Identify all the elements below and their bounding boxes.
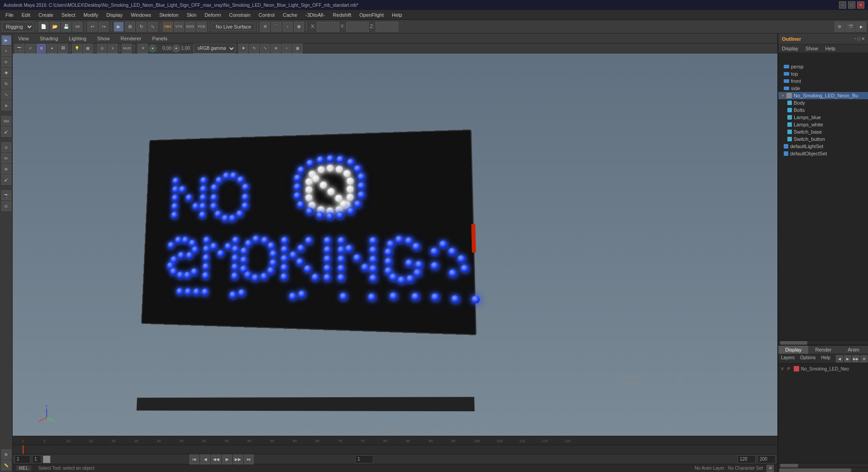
- edge-mode-button[interactable]: EDG: [185, 22, 195, 32]
- tree-item-top[interactable]: top: [778, 70, 868, 77]
- scale-tool-palette[interactable]: ⤡: [1, 90, 11, 100]
- snap-tools-palette[interactable]: ⊞: [1, 449, 11, 459]
- outliner-maximize[interactable]: □: [858, 36, 860, 41]
- vp-smooth-button[interactable]: ●: [47, 43, 57, 53]
- bind-skin-palette[interactable]: ⊞: [1, 164, 11, 174]
- channel-v-thumb[interactable]: [779, 468, 851, 472]
- outliner-tab-show[interactable]: Show: [802, 44, 822, 53]
- camera-tools-palette[interactable]: 📷: [1, 190, 11, 200]
- tree-item-no-smoking-group[interactable]: ▼ No_Smoking_LED_Neon_Bu: [778, 92, 868, 99]
- prev-frame-button[interactable]: ⏮: [189, 454, 199, 464]
- menu-skeleton[interactable]: Skeleton: [155, 11, 182, 19]
- tab-display[interactable]: Display: [778, 346, 808, 354]
- menu-deform[interactable]: Deform: [201, 11, 225, 19]
- current-frame-input[interactable]: [14, 455, 30, 463]
- tree-item-bolts[interactable]: Bolts: [778, 106, 868, 114]
- scale-button[interactable]: ⤡: [148, 22, 158, 32]
- view-cube-palette[interactable]: ⊡: [1, 201, 11, 211]
- menu-windows[interactable]: Windows: [127, 11, 155, 19]
- menu-file[interactable]: File: [2, 11, 17, 19]
- save-file-button[interactable]: 💾: [61, 22, 71, 32]
- maximize-button[interactable]: □: [848, 1, 855, 9]
- mode-dropdown[interactable]: Rigging: [2, 22, 34, 32]
- no-live-surface-button[interactable]: No Live Surface: [212, 23, 255, 31]
- joint-tool-palette[interactable]: ◎: [1, 142, 11, 152]
- timeline-ruler[interactable]: 1 5 10 15 20 25 30 35 40 45 50 55: [13, 436, 777, 445]
- vp-texture-button[interactable]: 🖼: [58, 43, 68, 53]
- settings-button[interactable]: ⚙: [834, 22, 844, 32]
- start-frame-input[interactable]: [355, 455, 373, 463]
- menu-3dtoall[interactable]: -3DtoAll-: [302, 11, 328, 19]
- menu-select[interactable]: Select: [58, 11, 79, 19]
- menu-display[interactable]: Display: [103, 11, 126, 19]
- menu-skin[interactable]: Skin: [183, 11, 200, 19]
- menu-constrain[interactable]: Constrain: [226, 11, 254, 19]
- frame-display[interactable]: [32, 455, 41, 463]
- object-mode-button[interactable]: OBJ: [163, 22, 173, 32]
- step-back-button[interactable]: ◀: [200, 454, 210, 464]
- ik-handle-palette[interactable]: IK: [1, 153, 11, 163]
- close-button[interactable]: ✕: [857, 1, 864, 9]
- redo-button[interactable]: ↪: [99, 22, 109, 32]
- vp-camera-button[interactable]: 📷: [14, 43, 24, 53]
- z-value-field[interactable]: [376, 22, 398, 32]
- lighting-tab[interactable]: Lighting: [65, 35, 90, 42]
- renderer-tab[interactable]: Renderer: [117, 35, 145, 42]
- vp-lights-button[interactable]: 💡: [72, 43, 82, 53]
- vp-rotate-tool-btn[interactable]: ↻: [249, 43, 259, 53]
- ipr-button[interactable]: ▶: [856, 22, 866, 32]
- snap-point-button[interactable]: •: [283, 22, 293, 32]
- sub-tab-help[interactable]: Help: [818, 354, 833, 363]
- tree-item-default-object-set[interactable]: defaultObjectSet: [778, 150, 868, 157]
- channel-btn1[interactable]: ◀: [836, 355, 843, 362]
- tab-anim[interactable]: Anim: [839, 346, 868, 354]
- x-value-field[interactable]: [317, 22, 339, 32]
- outliner-minimize[interactable]: −: [854, 36, 857, 41]
- menu-redshift[interactable]: Redshift: [329, 11, 355, 19]
- menu-control[interactable]: Control: [255, 11, 278, 19]
- y-value-field[interactable]: [346, 22, 369, 32]
- tree-item-switch-button[interactable]: Switch_button: [778, 135, 868, 143]
- paint-weights-palette[interactable]: 🖌: [1, 175, 11, 185]
- 3d-viewport[interactable]: Symmetry: Off Soft Select: Off X Y Z: [13, 53, 777, 436]
- channel-scroll-thumb[interactable]: [780, 464, 798, 467]
- snap-surface-button[interactable]: ▦: [294, 22, 304, 32]
- channel-btn2[interactable]: ▶: [844, 355, 851, 362]
- tree-item-front[interactable]: front: [778, 77, 868, 85]
- menu-modify[interactable]: Modify: [80, 11, 101, 19]
- menu-cache[interactable]: Cache: [279, 11, 301, 19]
- undo-button[interactable]: ↩: [87, 22, 97, 32]
- vp-frame-btn[interactable]: ▦: [293, 43, 303, 53]
- menu-create[interactable]: Create: [35, 11, 57, 19]
- vp-gamma-toggle[interactable]: ●: [149, 44, 157, 53]
- minimize-button[interactable]: −: [839, 1, 846, 9]
- vp-colorspace-dropdown[interactable]: sRGB gamma: [193, 43, 236, 53]
- vp-scale-tool-btn[interactable]: ⤡: [260, 43, 270, 53]
- vp-move-tool-btn[interactable]: ✚: [238, 43, 248, 53]
- step-forward-button[interactable]: ▶▶: [233, 454, 243, 464]
- tree-item-switch-base[interactable]: Switch_base: [778, 128, 868, 135]
- vp-exposure-toggle[interactable]: ●: [172, 44, 180, 53]
- tree-item-body[interactable]: Body: [778, 99, 868, 106]
- channel-row-item[interactable]: V P No_Smoking_LED_Neo: [780, 366, 867, 372]
- outliner-tab-display[interactable]: Display: [778, 44, 802, 53]
- paint-select-palette[interactable]: ⟳: [1, 57, 11, 67]
- range-end-input[interactable]: [757, 455, 776, 463]
- move-tool-palette[interactable]: ✚: [1, 68, 11, 78]
- outliner-scrollbar[interactable]: [778, 340, 868, 345]
- vp-plus-btn[interactable]: +: [282, 43, 292, 53]
- play-back-button[interactable]: ◀◀: [211, 454, 221, 464]
- outliner-scroll-thumb[interactable]: [780, 341, 807, 345]
- save-as-button[interactable]: SA: [72, 22, 82, 32]
- menu-openflight[interactable]: OpenFlight: [356, 11, 387, 19]
- timeline-settings-btn[interactable]: ⚙: [767, 465, 774, 472]
- snap-curve-button[interactable]: ⌒: [271, 22, 281, 32]
- open-file-button[interactable]: 📂: [50, 22, 60, 32]
- vp-snap-btn[interactable]: ⊕: [271, 43, 281, 53]
- vp-shadow-button[interactable]: ▦: [83, 43, 93, 53]
- measure-tools-palette[interactable]: 📏: [1, 460, 11, 470]
- outliner-close[interactable]: ✕: [861, 36, 865, 41]
- vp-grid-button[interactable]: #: [25, 43, 35, 53]
- select-tool-palette[interactable]: ▶: [1, 35, 11, 45]
- menu-help[interactable]: Help: [388, 11, 406, 19]
